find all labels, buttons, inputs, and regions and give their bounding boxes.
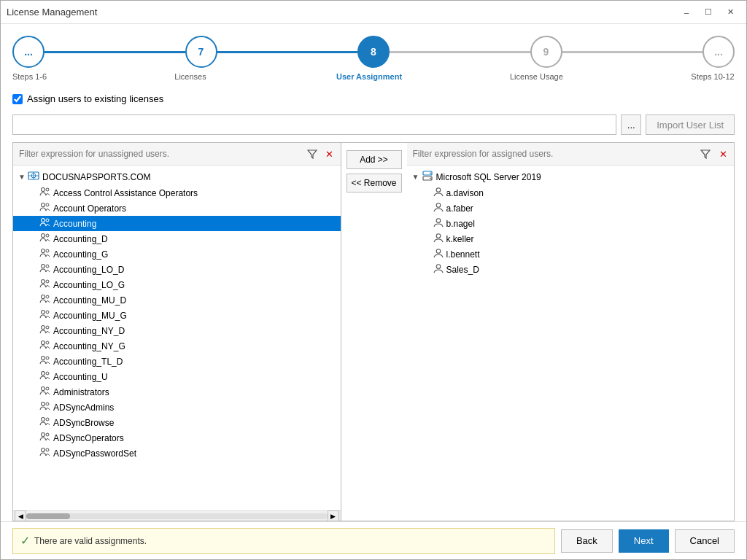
back-button[interactable]: Back <box>561 529 613 553</box>
hscroll-right-btn[interactable]: ▶ <box>328 510 339 522</box>
svg-point-6 <box>46 188 49 191</box>
tree-item-3[interactable]: Accounting_D <box>13 231 341 246</box>
tree-item-1[interactable]: Account Operators <box>13 201 341 216</box>
assign-checkbox[interactable] <box>12 94 23 104</box>
svg-point-14 <box>46 249 49 252</box>
svg-point-15 <box>42 265 45 268</box>
svg-point-5 <box>42 188 45 192</box>
group-icon-8 <box>39 309 50 322</box>
search-dots-button[interactable]: ... <box>621 114 641 135</box>
left-panel: ✕ ▼ DOCUSNAP <box>12 142 341 521</box>
search-bar: ... Import User List <box>12 114 735 135</box>
svg-point-9 <box>42 219 45 222</box>
group-icon-1 <box>39 202 50 214</box>
left-hscroll[interactable]: ◀ ▶ <box>13 510 341 521</box>
tree-item-7[interactable]: Accounting_MU_D <box>13 292 341 308</box>
tree-text-8: Accounting_MU_G <box>53 311 127 321</box>
svg-point-35 <box>42 418 45 421</box>
tree-text-7: Accounting_MU_D <box>53 295 126 306</box>
right-filter-clear[interactable]: ✕ <box>715 146 731 162</box>
tree-item-17[interactable]: ADSyncPasswordSet <box>13 446 341 461</box>
group-icon-11 <box>39 355 50 368</box>
search-input[interactable] <box>12 114 616 135</box>
step-line-2 <box>217 51 358 53</box>
svg-point-34 <box>46 402 49 405</box>
maximize-button[interactable]: ☐ <box>698 4 719 20</box>
left-tree-area[interactable]: ▼ DOCUSNAPSPORTS.COM <box>13 166 341 510</box>
svg-point-18 <box>46 280 49 283</box>
assign-checkbox-label: Assign users to existing licenses <box>27 93 163 104</box>
import-user-list-button[interactable]: Import User List <box>646 114 735 135</box>
main-window: License Management – ☐ ✕ ... 7 <box>0 0 747 560</box>
step-col-1: ... <box>12 36 44 68</box>
group-icon-0 <box>39 187 50 199</box>
hscroll-track[interactable] <box>26 513 328 519</box>
server-label: Microsoft SQL Server 2019 <box>436 172 541 182</box>
left-filter-icon[interactable] <box>304 146 320 162</box>
bottom-bar: ✓ There are valid assignments. Back Next… <box>1 521 746 559</box>
domain-expander[interactable]: ▼ <box>16 171 28 183</box>
right-tree-user-5[interactable]: Sales_D <box>407 262 735 277</box>
tree-domain-root[interactable]: ▼ DOCUSNAPSPORTS.COM <box>13 168 341 185</box>
right-filter-icon[interactable] <box>697 146 713 162</box>
right-tree-user-3[interactable]: k.keller <box>407 231 735 246</box>
tree-text-13: Administrators <box>53 387 109 397</box>
hscroll-left-btn[interactable]: ◀ <box>15 510 26 522</box>
tree-item-10[interactable]: Accounting_NY_G <box>13 338 341 354</box>
remove-button[interactable]: << Remove <box>347 174 402 192</box>
center-panel: Add >> << Remove <box>341 142 407 521</box>
tree-item-14[interactable]: ADSyncAdmins <box>13 400 341 415</box>
tree-text-17: ADSyncPasswordSet <box>53 448 136 459</box>
next-button[interactable]: Next <box>619 529 669 553</box>
left-filter-input[interactable] <box>16 146 303 162</box>
tree-item-12[interactable]: Accounting_U <box>13 369 341 384</box>
tree-item-8[interactable]: Accounting_MU_G <box>13 308 341 323</box>
group-icon-12 <box>39 370 50 383</box>
right-tree-user-0[interactable]: a.davison <box>407 185 735 201</box>
svg-point-27 <box>42 357 45 360</box>
tree-item-11[interactable]: Accounting_TL_D <box>13 354 341 369</box>
status-text: There are valid assignments. <box>34 536 147 546</box>
svg-point-20 <box>46 295 49 298</box>
tree-item-13[interactable]: Administrators <box>13 384 341 400</box>
left-filter-clear[interactable]: ✕ <box>322 146 338 162</box>
right-tree-user-2[interactable]: b.nagel <box>407 216 735 231</box>
minimize-button[interactable]: – <box>676 4 697 20</box>
server-expander[interactable]: ▼ <box>410 171 422 183</box>
tree-item-15[interactable]: ADSyncBrowse <box>13 415 341 430</box>
right-user-text-0: a.davison <box>446 188 484 198</box>
tree-item-5[interactable]: Accounting_LO_D <box>13 262 341 277</box>
tree-item-4[interactable]: Accounting_G <box>13 246 341 262</box>
group-icon-9 <box>39 324 50 337</box>
tree-item-16[interactable]: ADSyncOperators <box>13 430 341 446</box>
tree-item-6[interactable]: Accounting_LO_G <box>13 277 341 292</box>
svg-point-10 <box>46 219 49 222</box>
panels: ✕ ▼ DOCUSNAP <box>12 142 735 521</box>
right-user-icon-2 <box>433 217 444 230</box>
tree-item-2[interactable]: Accounting <box>13 216 341 231</box>
tree-text-15: ADSyncBrowse <box>53 418 114 428</box>
cancel-button[interactable]: Cancel <box>675 529 735 553</box>
tree-text-0: Access Control Assistance Operators <box>53 188 198 198</box>
svg-point-46 <box>436 188 441 192</box>
hscroll-thumb[interactable] <box>26 513 70 519</box>
step-col-4: 9 <box>530 36 562 68</box>
add-button[interactable]: Add >> <box>347 150 402 169</box>
right-tree-server-root[interactable]: ▼ Microsoft SQL Server 2019 <box>407 168 735 185</box>
right-user-icon-4 <box>433 248 444 260</box>
group-icon-6 <box>39 279 50 291</box>
tree-item-0[interactable]: Access Control Assistance Operators <box>13 185 341 201</box>
right-tree-user-4[interactable]: l.bennett <box>407 246 735 262</box>
right-filter-input[interactable] <box>410 146 697 162</box>
right-tree-area[interactable]: ▼ Microsoft SQL Server 2019 <box>407 166 735 521</box>
tree-text-9: Accounting_NY_D <box>53 326 125 336</box>
tree-item-9[interactable]: Accounting_NY_D <box>13 323 341 338</box>
svg-point-11 <box>42 234 45 238</box>
tree-text-6: Accounting_LO_G <box>53 280 125 290</box>
title-bar: License Management – ☐ ✕ <box>1 1 746 24</box>
svg-point-7 <box>42 203 45 207</box>
step-label-4: License Usage <box>510 71 561 82</box>
right-tree-user-1[interactable]: a.faber <box>407 201 735 216</box>
svg-point-36 <box>46 418 49 421</box>
close-button[interactable]: ✕ <box>720 4 740 20</box>
